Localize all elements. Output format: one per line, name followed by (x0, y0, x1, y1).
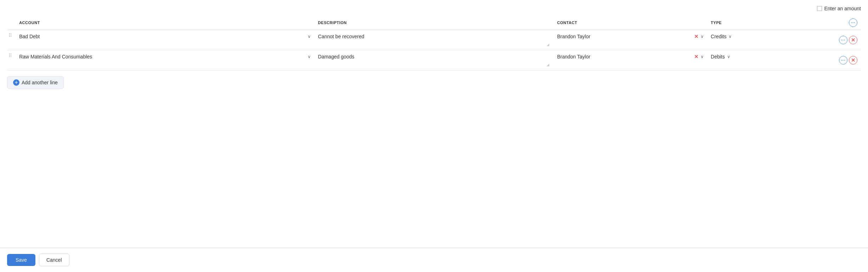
account-name-1: Bad Debt (19, 34, 40, 39)
dots-icon: ··· (851, 20, 855, 25)
type-cell-2: Debits ∨ (707, 50, 827, 70)
drag-handle-2[interactable]: ⠿ (8, 50, 14, 58)
delete-icon-1: ✕ (851, 37, 855, 43)
drag-handle-cell-2: ⠿ (7, 50, 16, 70)
add-line-icon: + (13, 79, 19, 86)
type-name-1: Credits (711, 34, 726, 39)
col-header-type: TYPE (707, 16, 827, 30)
contact-chevron-1[interactable]: ∨ (701, 34, 704, 39)
contact-clear-1[interactable]: ✕ (694, 34, 698, 39)
col-header-contact: CONTACT (554, 16, 707, 30)
row-delete-button-2[interactable]: ✕ (849, 56, 857, 64)
table-row: ⠿ Raw Materials And Consumables ∨ Damage… (7, 50, 861, 70)
account-chevron-2[interactable]: ∨ (308, 54, 311, 59)
enter-amount-label: Enter an amount (824, 6, 861, 11)
row-more-button-2[interactable]: ··· (839, 56, 847, 64)
row-more-button-1[interactable]: ··· (839, 36, 847, 44)
resize-handle-1: ◢ (547, 43, 550, 46)
account-cell-1: Bad Debt ∨ (16, 30, 314, 50)
actions-cell-2: ··· ✕ (827, 50, 861, 70)
drag-handle[interactable]: ⠿ (8, 30, 14, 38)
type-chevron-1[interactable]: ∨ (729, 34, 732, 39)
account-name-2: Raw Materials And Consumables (19, 54, 92, 60)
contact-clear-2[interactable]: ✕ (694, 54, 698, 60)
delete-icon-2: ✕ (851, 57, 855, 63)
cancel-button[interactable]: Cancel (39, 254, 69, 266)
account-chevron-1[interactable]: ∨ (308, 34, 311, 39)
type-chevron-2[interactable]: ∨ (727, 54, 730, 59)
row-delete-button-1[interactable]: ✕ (849, 36, 857, 44)
type-name-2: Debits (711, 54, 725, 60)
header-more-icon[interactable]: ··· (849, 18, 857, 27)
more-dots-icon-1: ··· (841, 38, 845, 42)
contact-chevron-2[interactable]: ∨ (701, 54, 704, 59)
enter-amount-row: Enter an amount (7, 6, 861, 11)
add-another-line-button[interactable]: + Add another line (7, 76, 64, 89)
col-header-account: ACCOUNT (16, 16, 314, 30)
resize-handle-2: ◢ (547, 63, 550, 67)
more-dots-icon-2: ··· (841, 58, 845, 63)
save-button[interactable]: Save (7, 254, 35, 266)
contact-cell-2: Brandon Taylor ✕ ∨ (554, 50, 707, 70)
type-cell-1: Credits ∨ (707, 30, 827, 50)
actions-cell-1: ··· ✕ (827, 30, 861, 50)
add-another-line-label: Add another line (22, 80, 58, 85)
main-content: Enter an amount ACCOUNT DESCRIPTION CONT… (0, 0, 868, 248)
drag-handle-cell: ⠿ (7, 30, 16, 50)
col-header-description: DESCRIPTION (314, 16, 553, 30)
account-cell-2: Raw Materials And Consumables ∨ (16, 50, 314, 70)
description-cell-2: Damaged goods ◢ (314, 50, 553, 70)
line-items-table: ACCOUNT DESCRIPTION CONTACT TYPE ··· (7, 16, 861, 70)
description-text-2[interactable]: Damaged goods (318, 54, 550, 67)
col-header-actions: ··· (827, 16, 861, 30)
contact-name-1: Brandon Taylor (557, 34, 692, 39)
description-cell-1: Cannot be recovered ◢ (314, 30, 553, 50)
enter-amount-checkbox[interactable] (817, 6, 822, 11)
table-row: ⠿ Bad Debt ∨ Cannot be recovered ◢ (7, 30, 861, 50)
contact-cell-1: Brandon Taylor ✕ ∨ (554, 30, 707, 50)
description-text-1[interactable]: Cannot be recovered (318, 34, 550, 46)
col-header-drag (7, 16, 16, 30)
footer: Save Cancel (0, 248, 868, 272)
contact-name-2: Brandon Taylor (557, 54, 692, 60)
